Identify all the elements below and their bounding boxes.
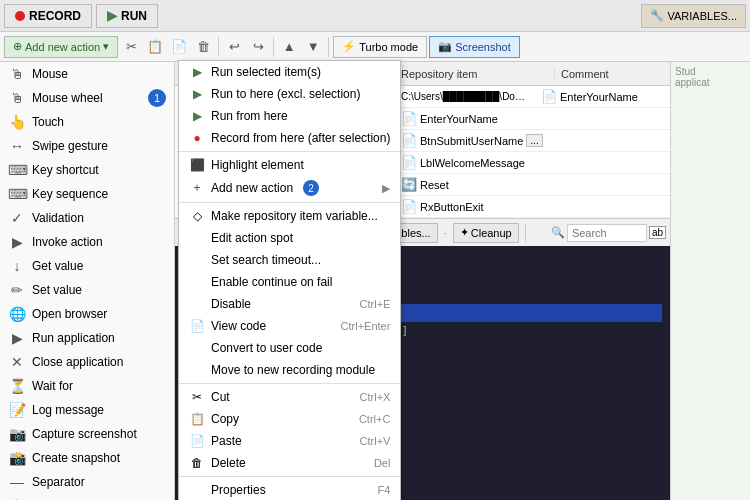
cell-repo-5: 📄 RxButtonExit <box>395 199 555 214</box>
ctx-convert-user-code[interactable]: Convert to user code <box>179 337 400 359</box>
action-getvalue[interactable]: ↓ Get value <box>0 254 174 278</box>
action-validation[interactable]: ✓ Validation <box>0 206 174 230</box>
ctx-disable[interactable]: Disable Ctrl+E <box>179 293 400 315</box>
cut-toolbar-button[interactable]: ✂ <box>120 36 142 58</box>
ctx-cut[interactable]: ✂ Cut Ctrl+X <box>179 386 400 408</box>
run-from-here-icon: ▶ <box>189 109 205 123</box>
action-mouse[interactable]: 🖱 Mouse <box>0 62 174 86</box>
ctx-add-new-label: Add new action <box>211 181 293 195</box>
ctx-properties[interactable]: Properties F4 <box>179 479 400 500</box>
action-closeapp-label: Close application <box>32 355 123 369</box>
action-swipe-label: Swipe gesture <box>32 139 108 153</box>
getvalue-icon: ↓ <box>8 258 26 274</box>
ctx-edit-action-spot[interactable]: Edit action spot <box>179 227 400 249</box>
ctx-delete-label: Delete <box>211 456 246 470</box>
move-up-button[interactable]: ▲ <box>278 36 300 58</box>
turbo-icon: ⚡ <box>342 40 356 53</box>
action-invoke[interactable]: ▶ Invoke action <box>0 230 174 254</box>
action-touch[interactable]: 👆 Touch <box>0 110 174 134</box>
delete-toolbar-button[interactable]: 🗑 <box>192 36 214 58</box>
add-new-badge: 2 <box>303 180 319 196</box>
ctx-run-from-here[interactable]: ▶ Run from here <box>179 105 400 127</box>
action-openbrowser[interactable]: 🌐 Open browser <box>0 302 174 326</box>
ctx-set-search-timeout[interactable]: Set search timeout... <box>179 249 400 271</box>
ctx-properties-shortcut: F4 <box>378 484 391 496</box>
copy-toolbar-button[interactable]: 📋 <box>144 36 166 58</box>
move-down-button[interactable]: ▼ <box>302 36 324 58</box>
paste-toolbar-button[interactable]: 📄 <box>168 36 190 58</box>
action-runapp[interactable]: ▶ Run application <box>0 326 174 350</box>
header-comment: Comment <box>555 68 670 80</box>
action-mouse-label: Mouse <box>32 67 68 81</box>
repo-name-4: Reset <box>420 179 449 191</box>
action-logmessage[interactable]: 📝 Log message <box>0 398 174 422</box>
cell-repo-2: 📄 BtnSubmitUserName ... <box>395 133 555 148</box>
record-button[interactable]: RECORD <box>4 4 92 28</box>
repo-icon-3: 📄 <box>401 155 417 170</box>
action-swipe[interactable]: ↔ Swipe gesture <box>0 134 174 158</box>
ctx-highlight[interactable]: ⬛ Highlight element <box>179 154 400 176</box>
turbo-mode-button[interactable]: ⚡ Turbo mode <box>333 36 427 58</box>
ctx-copy[interactable]: 📋 Copy Ctrl+C <box>179 408 400 430</box>
ctx-run-from-here-label: Run from here <box>211 109 288 123</box>
repo-name-0: EnterYourName <box>560 91 638 103</box>
ctx-enable-continue[interactable]: Enable continue on fail <box>179 271 400 293</box>
cleanup-button[interactable]: ✦ Cleanup <box>453 223 519 243</box>
action-delay[interactable]: ⏱ Delay <box>0 494 174 500</box>
action-keyshortcut-label: Key shortcut <box>32 163 99 177</box>
action-waitfor-label: Wait for <box>32 379 73 393</box>
action-setvalue-label: Set value <box>32 283 82 297</box>
action-createsnapshot[interactable]: 📸 Create snapshot <box>0 446 174 470</box>
ctx-paste[interactable]: 📄 Paste Ctrl+V <box>179 430 400 452</box>
ctx-record-from-here[interactable]: ● Record from here (after selection) <box>179 127 400 149</box>
run-button[interactable]: ▶ RUN <box>96 4 158 28</box>
ctx-run-to-here[interactable]: ▶ Run to here (excl. selection) <box>179 83 400 105</box>
repo-icon-5: 📄 <box>401 199 417 214</box>
action-getvalue-label: Get value <box>32 259 83 273</box>
toolbar-separator-2 <box>273 37 274 57</box>
action-captscreenshot[interactable]: 📷 Capture screenshot <box>0 422 174 446</box>
ctx-make-repo-var[interactable]: ◇ Make repository item variable... <box>179 205 400 227</box>
screenshot-button[interactable]: 📷 Screenshot <box>429 36 520 58</box>
search-input[interactable] <box>567 224 647 242</box>
variables-label: VARIABLES... <box>668 10 738 22</box>
ctx-view-code-shortcut: Ctrl+Enter <box>341 320 391 332</box>
ctx-disable-label: Disable <box>211 297 251 311</box>
run-icon: ▶ <box>107 8 117 23</box>
cleanup-label: Cleanup <box>471 227 512 239</box>
action-mousewheel[interactable]: 🖱 Mouse wheel 1 <box>0 86 174 110</box>
repo-browse-button[interactable]: ... <box>526 134 542 147</box>
action-closeapp[interactable]: ✕ Close application <box>0 350 174 374</box>
mousewheel-icon: 🖱 <box>8 90 26 106</box>
add-new-action-button[interactable]: ⊕ Add new action ▾ <box>4 36 118 58</box>
action-createsnapshot-label: Create snapshot <box>32 451 120 465</box>
run-selected-icon: ▶ <box>189 65 205 79</box>
action-waitfor[interactable]: ⏳ Wait for <box>0 374 174 398</box>
ctx-run-to-here-label: Run to here (excl. selection) <box>211 87 360 101</box>
ctx-disable-shortcut: Ctrl+E <box>360 298 391 310</box>
action-setvalue[interactable]: ✏ Set value <box>0 278 174 302</box>
action-keysequence[interactable]: ⌨ Key sequence <box>0 182 174 206</box>
ctx-run-selected[interactable]: ▶ Run selected item(s) <box>179 61 400 83</box>
turbo-label: Turbo mode <box>359 41 418 53</box>
ctx-move-new-module[interactable]: Move to new recording module <box>179 359 400 381</box>
context-menu: ▶ Run selected item(s) ▶ Run to here (ex… <box>178 60 401 500</box>
swipe-icon: ↔ <box>8 138 26 154</box>
redo-button[interactable]: ↪ <box>247 36 269 58</box>
action-keyshortcut[interactable]: ⌨ Key shortcut <box>0 158 174 182</box>
bottom-sep-2 <box>525 224 526 242</box>
action-separator[interactable]: — Separator <box>0 470 174 494</box>
repo-name-2: BtnSubmitUserName <box>420 135 523 147</box>
ctx-sep-4 <box>179 476 400 477</box>
ctx-delete[interactable]: 🗑 Delete Del <box>179 452 400 474</box>
undo-button[interactable]: ↩ <box>223 36 245 58</box>
variables-button[interactable]: 🔧 VARIABLES... <box>641 4 747 28</box>
ctx-view-code-label: View code <box>211 319 266 333</box>
top-toolbar: RECORD ▶ RUN 🔧 VARIABLES... <box>0 0 750 32</box>
ctx-paste-shortcut: Ctrl+V <box>360 435 391 447</box>
toolbar-separator-1 <box>218 37 219 57</box>
ctx-add-new[interactable]: + Add new action 2 ▶ <box>179 176 400 200</box>
action-touch-label: Touch <box>32 115 64 129</box>
action-runapp-label: Run application <box>32 331 115 345</box>
ctx-view-code[interactable]: 📄 View code Ctrl+Enter <box>179 315 400 337</box>
